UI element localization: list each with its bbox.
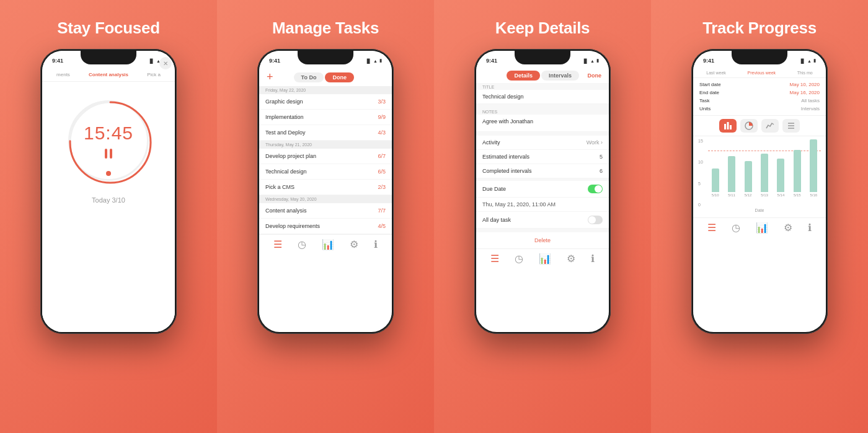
task-row: Task All tasks: [699, 97, 820, 105]
close-button[interactable]: ✕: [159, 57, 172, 69]
title-label: TITLE: [476, 83, 609, 90]
nav-clock-icon-3[interactable]: ◷: [515, 253, 523, 265]
signal-icon-4: ▐▌: [799, 59, 805, 63]
due-date-value: Thu, May 21, 2020, 11:00 AM: [476, 198, 609, 212]
bottom-nav-2: ☰ ◷ 📊 ⚙ ℹ: [259, 234, 392, 254]
task-item[interactable]: Implementation 9/9: [259, 110, 392, 125]
all-day-toggle[interactable]: [588, 216, 603, 224]
done-button[interactable]: Done: [587, 72, 601, 79]
task-item[interactable]: Graphic design 3/3: [259, 94, 392, 110]
notch-4: [732, 51, 787, 64]
bar-group-510: 5/10: [708, 168, 722, 197]
nav-chart-icon-3[interactable]: 📊: [539, 253, 551, 265]
due-date-toggle[interactable]: [588, 185, 603, 193]
svg-rect-2: [724, 124, 726, 129]
bar-chart-icon: [724, 121, 732, 130]
nav-chart-icon-2[interactable]: 📊: [322, 238, 334, 250]
title-section: TITLE Technical design: [476, 83, 609, 104]
status-time-1: 9:41: [52, 58, 63, 64]
nav-info-icon-3[interactable]: ℹ: [591, 253, 595, 265]
line-chart-tab[interactable]: [761, 119, 779, 133]
done-tab[interactable]: Done: [325, 72, 354, 82]
task-item[interactable]: Develop requirements 4/5: [259, 219, 392, 234]
notch-2: [298, 51, 353, 64]
bar-511: [728, 156, 735, 192]
due-date-row[interactable]: Due Date: [476, 181, 609, 198]
todo-tab[interactable]: To Do: [294, 72, 324, 82]
section-date-1: Friday, May 22, 2020: [259, 86, 392, 94]
start-date-row: Start date May 10, 2020: [699, 81, 820, 89]
bar-group-515: 5/15: [790, 150, 804, 197]
nav-chart-icon-4[interactable]: 📊: [756, 222, 768, 234]
p2-header: + To Do Done: [259, 68, 392, 86]
estimated-intervals-row[interactable]: Estimated intervals 5: [476, 150, 609, 164]
nav-clock-icon-4[interactable]: ◷: [732, 222, 740, 234]
p3-tabs: Details Intervals: [507, 71, 579, 81]
pie-chart-tab[interactable]: [740, 119, 758, 133]
status-icons-4: ▐▌ ▲ ▮: [799, 58, 816, 63]
bar-group-514: 5/14: [774, 159, 788, 197]
nav-item-1[interactable]: ments: [54, 71, 73, 79]
this-month-tab[interactable]: This mo: [797, 71, 813, 75]
nav-list-icon-2[interactable]: ☰: [273, 238, 282, 250]
details-tab[interactable]: Details: [507, 71, 540, 81]
x-axis-label: Date: [698, 208, 821, 212]
all-day-task-row[interactable]: All day task: [476, 212, 609, 229]
nav-list-icon-4[interactable]: ☰: [707, 222, 716, 234]
rows-section: Activity Work › Estimated intervals 5 Co…: [476, 136, 609, 178]
completed-intervals-row[interactable]: Completed intervals 6: [476, 164, 609, 178]
task-item[interactable]: Content analysis 7/7: [259, 203, 392, 219]
nav-gear-icon-2[interactable]: ⚙: [350, 238, 358, 250]
phone-frame-1: 9:41 ▐▌ ▲ ▮ ments Content analysis Pick …: [40, 49, 177, 334]
notes-label: NOTES: [476, 108, 609, 115]
notes-section: NOTES Agree with Jonathan: [476, 108, 609, 132]
p1-nav: ments Content analysis Pick a: [42, 68, 175, 82]
phone-inner-1: 9:41 ▐▌ ▲ ▮ ments Content analysis Pick …: [42, 51, 175, 332]
intervals-tab[interactable]: Intervals: [541, 71, 579, 81]
notch-3: [515, 51, 570, 64]
activity-row[interactable]: Activity Work ›: [476, 136, 609, 150]
pie-chart-icon: [745, 121, 753, 130]
bar-group-516: 5/16: [807, 139, 821, 197]
section-date-2: Thursday, May 21, 2020: [259, 141, 392, 149]
battery-icon-3: ▮: [596, 58, 599, 63]
task-item[interactable]: Technical design 6/5: [259, 164, 392, 180]
previous-week-tab[interactable]: Previous week: [748, 71, 776, 75]
notes-field[interactable]: Agree with Jonathan: [476, 115, 609, 132]
p4-stats-section: Start date May 10, 2020 End date May 16,…: [693, 78, 826, 116]
p3-header: Details Intervals Done: [476, 68, 609, 83]
timer-circle: 15:45: [68, 100, 149, 181]
nav-clock-icon-2[interactable]: ◷: [298, 238, 306, 250]
nav-item-3[interactable]: Pick a: [144, 71, 163, 79]
nav-info-icon-2[interactable]: ℹ: [374, 238, 378, 250]
delete-button[interactable]: Delete: [476, 232, 609, 248]
chart-area: 15 10 5 0 5/10 5/11: [693, 136, 826, 217]
timer-dot: [106, 171, 111, 176]
panel-3-title: Keep Details: [495, 19, 590, 38]
status-icons-3: ▐▌ ▲ ▮: [582, 58, 599, 63]
p4-period-nav: Last week Previous week This mo: [693, 68, 826, 78]
bottom-nav-4: ☰ ◷ 📊 ⚙ ℹ: [693, 217, 826, 237]
status-time-4: 9:41: [703, 58, 714, 64]
task-item[interactable]: Develop project plan 6/7: [259, 149, 392, 164]
task-item-test-deploy[interactable]: Test and Deploy 4/3: [259, 125, 392, 141]
bar-group-511: 5/11: [724, 156, 738, 197]
section-date-3: Wednesday, May 20, 2020: [259, 195, 392, 203]
bar-chart-tab[interactable]: [719, 119, 737, 133]
title-field[interactable]: Technical design: [476, 90, 609, 104]
list-chart-tab[interactable]: [782, 119, 800, 133]
nav-list-icon-3[interactable]: ☰: [490, 253, 499, 265]
add-button[interactable]: +: [267, 71, 273, 84]
last-week-tab[interactable]: Last week: [706, 71, 726, 75]
nav-gear-icon-4[interactable]: ⚙: [784, 222, 792, 234]
bar-chart-bars: 5/10 5/11 5/12 5/13: [708, 139, 821, 197]
nav-info-icon-4[interactable]: ℹ: [808, 222, 812, 234]
panel-2-title: Manage Tasks: [272, 19, 379, 38]
wifi-icon-4: ▲: [807, 59, 812, 63]
nav-item-2[interactable]: Content analysis: [86, 71, 131, 79]
chart-inner: 15 10 5 0 5/10 5/11: [698, 139, 821, 207]
panel-1-title: Stay Focused: [57, 19, 159, 38]
task-item[interactable]: Pick a CMS 2/3: [259, 180, 392, 195]
nav-gear-icon-3[interactable]: ⚙: [567, 253, 575, 265]
signal-icon-2: ▐▌: [365, 59, 371, 63]
